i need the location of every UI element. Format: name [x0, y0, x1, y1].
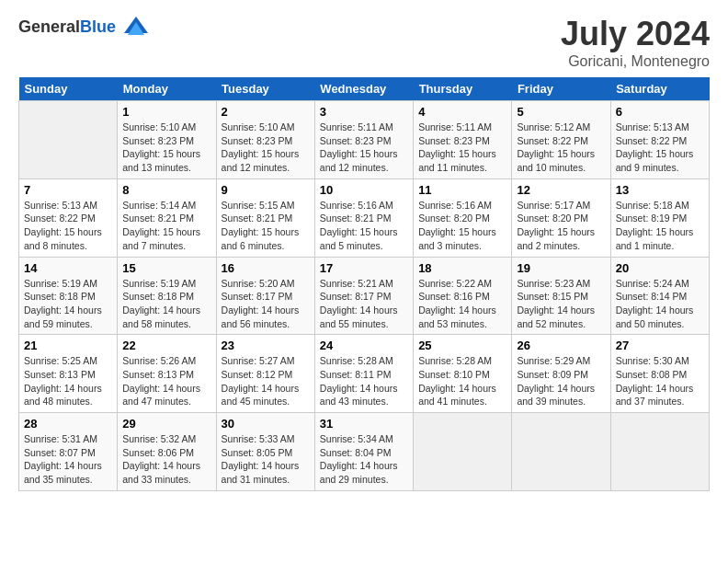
calendar-header: Sunday Monday Tuesday Wednesday Thursday… — [19, 77, 710, 101]
day-number: 15 — [122, 261, 210, 275]
day-number: 27 — [616, 339, 704, 352]
calendar-cell: 1Sunrise: 5:10 AMSunset: 8:23 PMDaylight… — [118, 101, 216, 179]
logo-icon — [122, 15, 150, 42]
calendar-cell: 3Sunrise: 5:11 AMSunset: 8:23 PMDaylight… — [314, 101, 413, 179]
calendar-cell: 2Sunrise: 5:10 AMSunset: 8:23 PMDaylight… — [216, 101, 314, 179]
day-number: 5 — [517, 105, 605, 119]
calendar-cell: 12Sunrise: 5:17 AMSunset: 8:20 PMDayligh… — [512, 178, 610, 257]
logo: GeneralBlue — [18, 15, 150, 42]
calendar-week-1: 7Sunrise: 5:13 AMSunset: 8:22 PMDaylight… — [19, 178, 710, 257]
day-number: 14 — [24, 261, 112, 275]
day-number: 18 — [418, 261, 506, 275]
day-info: Sunrise: 5:12 AMSunset: 8:22 PMDaylight:… — [517, 121, 595, 173]
calendar-cell: 10Sunrise: 5:16 AMSunset: 8:21 PMDayligh… — [314, 178, 413, 257]
day-info: Sunrise: 5:13 AMSunset: 8:22 PMDaylight:… — [616, 121, 694, 173]
calendar-cell: 9Sunrise: 5:15 AMSunset: 8:21 PMDaylight… — [216, 178, 314, 257]
day-number: 10 — [320, 183, 408, 197]
main-title: July 2024 — [561, 15, 710, 53]
day-info: Sunrise: 5:19 AMSunset: 8:18 PMDaylight:… — [24, 278, 102, 329]
calendar-cell: 24Sunrise: 5:28 AMSunset: 8:11 PMDayligh… — [314, 335, 413, 413]
day-number: 9 — [222, 183, 310, 197]
calendar-cell: 7Sunrise: 5:13 AMSunset: 8:22 PMDaylight… — [19, 178, 118, 257]
calendar-cell: 14Sunrise: 5:19 AMSunset: 8:18 PMDayligh… — [19, 257, 118, 335]
calendar-cell: 21Sunrise: 5:25 AMSunset: 8:13 PMDayligh… — [19, 335, 118, 413]
calendar-cell: 8Sunrise: 5:14 AMSunset: 8:21 PMDaylight… — [118, 178, 216, 257]
calendar-table: Sunday Monday Tuesday Wednesday Thursday… — [18, 77, 710, 491]
day-number: 24 — [320, 339, 408, 352]
day-info: Sunrise: 5:28 AMSunset: 8:11 PMDaylight:… — [320, 355, 398, 407]
calendar-week-0: 1Sunrise: 5:10 AMSunset: 8:23 PMDaylight… — [19, 101, 710, 179]
day-info: Sunrise: 5:16 AMSunset: 8:20 PMDaylight:… — [418, 200, 496, 251]
day-number: 31 — [320, 417, 408, 431]
day-number: 11 — [418, 183, 506, 197]
calendar-cell: 30Sunrise: 5:33 AMSunset: 8:05 PMDayligh… — [216, 413, 314, 491]
calendar-cell — [19, 101, 118, 179]
day-info: Sunrise: 5:10 AMSunset: 8:23 PMDaylight:… — [222, 121, 300, 173]
calendar-cell: 22Sunrise: 5:26 AMSunset: 8:13 PMDayligh… — [118, 335, 216, 413]
day-info: Sunrise: 5:22 AMSunset: 8:16 PMDaylight:… — [418, 278, 496, 329]
calendar-container: GeneralBlue July 2024 Goricani, Monteneg… — [0, 0, 728, 500]
day-number: 17 — [320, 261, 408, 275]
calendar-cell: 29Sunrise: 5:32 AMSunset: 8:06 PMDayligh… — [118, 413, 216, 491]
day-number: 26 — [517, 339, 605, 352]
day-info: Sunrise: 5:11 AMSunset: 8:23 PMDaylight:… — [418, 121, 496, 173]
calendar-cell — [610, 413, 709, 491]
logo-general: General — [18, 17, 80, 36]
calendar-cell: 4Sunrise: 5:11 AMSunset: 8:23 PMDaylight… — [414, 101, 512, 179]
col-saturday: Saturday — [610, 77, 709, 101]
calendar-cell: 26Sunrise: 5:29 AMSunset: 8:09 PMDayligh… — [512, 335, 610, 413]
col-monday: Monday — [118, 77, 216, 101]
header-row: Sunday Monday Tuesday Wednesday Thursday… — [19, 77, 710, 101]
calendar-cell — [414, 413, 512, 491]
calendar-cell: 16Sunrise: 5:20 AMSunset: 8:17 PMDayligh… — [216, 257, 314, 335]
day-number: 19 — [517, 261, 605, 275]
day-number: 22 — [122, 339, 210, 352]
day-info: Sunrise: 5:16 AMSunset: 8:21 PMDaylight:… — [320, 200, 398, 251]
day-info: Sunrise: 5:10 AMSunset: 8:23 PMDaylight:… — [122, 121, 200, 173]
title-block: July 2024 Goricani, Montenegro — [561, 15, 710, 70]
day-info: Sunrise: 5:13 AMSunset: 8:22 PMDaylight:… — [24, 200, 102, 251]
day-info: Sunrise: 5:18 AMSunset: 8:19 PMDaylight:… — [616, 200, 694, 251]
calendar-cell — [512, 413, 610, 491]
calendar-cell: 15Sunrise: 5:19 AMSunset: 8:18 PMDayligh… — [118, 257, 216, 335]
day-info: Sunrise: 5:23 AMSunset: 8:15 PMDaylight:… — [517, 278, 595, 329]
calendar-week-4: 28Sunrise: 5:31 AMSunset: 8:07 PMDayligh… — [19, 413, 710, 491]
day-info: Sunrise: 5:29 AMSunset: 8:09 PMDaylight:… — [517, 355, 595, 407]
day-number: 30 — [222, 417, 310, 431]
day-info: Sunrise: 5:31 AMSunset: 8:07 PMDaylight:… — [24, 433, 102, 485]
calendar-cell: 20Sunrise: 5:24 AMSunset: 8:14 PMDayligh… — [610, 257, 709, 335]
day-number: 13 — [616, 183, 704, 197]
day-info: Sunrise: 5:25 AMSunset: 8:13 PMDaylight:… — [24, 355, 102, 407]
calendar-week-3: 21Sunrise: 5:25 AMSunset: 8:13 PMDayligh… — [19, 335, 710, 413]
day-number: 12 — [517, 183, 605, 197]
calendar-cell: 31Sunrise: 5:34 AMSunset: 8:04 PMDayligh… — [314, 413, 413, 491]
calendar-cell: 6Sunrise: 5:13 AMSunset: 8:22 PMDaylight… — [610, 101, 709, 179]
day-info: Sunrise: 5:27 AMSunset: 8:12 PMDaylight:… — [222, 355, 300, 407]
subtitle: Goricani, Montenegro — [561, 53, 710, 70]
day-number: 28 — [24, 417, 112, 431]
day-info: Sunrise: 5:34 AMSunset: 8:04 PMDaylight:… — [320, 433, 398, 485]
day-number: 16 — [222, 261, 310, 275]
calendar-cell: 13Sunrise: 5:18 AMSunset: 8:19 PMDayligh… — [610, 178, 709, 257]
day-info: Sunrise: 5:28 AMSunset: 8:10 PMDaylight:… — [418, 355, 496, 407]
calendar-cell: 11Sunrise: 5:16 AMSunset: 8:20 PMDayligh… — [414, 178, 512, 257]
calendar-cell: 5Sunrise: 5:12 AMSunset: 8:22 PMDaylight… — [512, 101, 610, 179]
day-number: 21 — [24, 339, 112, 352]
day-info: Sunrise: 5:21 AMSunset: 8:17 PMDaylight:… — [320, 278, 398, 329]
day-info: Sunrise: 5:17 AMSunset: 8:20 PMDaylight:… — [517, 200, 595, 251]
day-info: Sunrise: 5:30 AMSunset: 8:08 PMDaylight:… — [616, 355, 694, 407]
day-number: 1 — [122, 105, 210, 119]
col-thursday: Thursday — [414, 77, 512, 101]
col-friday: Friday — [512, 77, 610, 101]
col-sunday: Sunday — [19, 77, 118, 101]
calendar-cell: 28Sunrise: 5:31 AMSunset: 8:07 PMDayligh… — [19, 413, 118, 491]
day-number: 8 — [122, 183, 210, 197]
day-number: 25 — [418, 339, 506, 352]
day-info: Sunrise: 5:11 AMSunset: 8:23 PMDaylight:… — [320, 121, 398, 173]
day-number: 7 — [24, 183, 112, 197]
day-number: 2 — [222, 105, 310, 119]
logo-blue: Blue — [80, 17, 116, 36]
calendar-cell: 25Sunrise: 5:28 AMSunset: 8:10 PMDayligh… — [414, 335, 512, 413]
calendar-cell: 23Sunrise: 5:27 AMSunset: 8:12 PMDayligh… — [216, 335, 314, 413]
day-info: Sunrise: 5:32 AMSunset: 8:06 PMDaylight:… — [122, 433, 200, 485]
